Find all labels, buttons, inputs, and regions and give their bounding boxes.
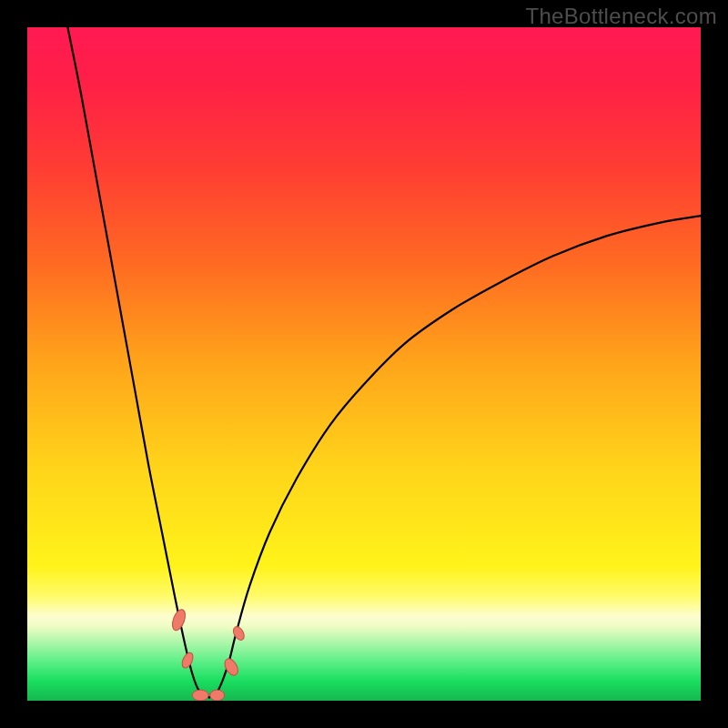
marker-2 <box>192 690 208 701</box>
marker-3 <box>210 690 225 701</box>
plot-background <box>27 27 701 701</box>
bottleneck-plot <box>0 0 728 728</box>
chart-stage: TheBottleneck.com <box>0 0 728 728</box>
